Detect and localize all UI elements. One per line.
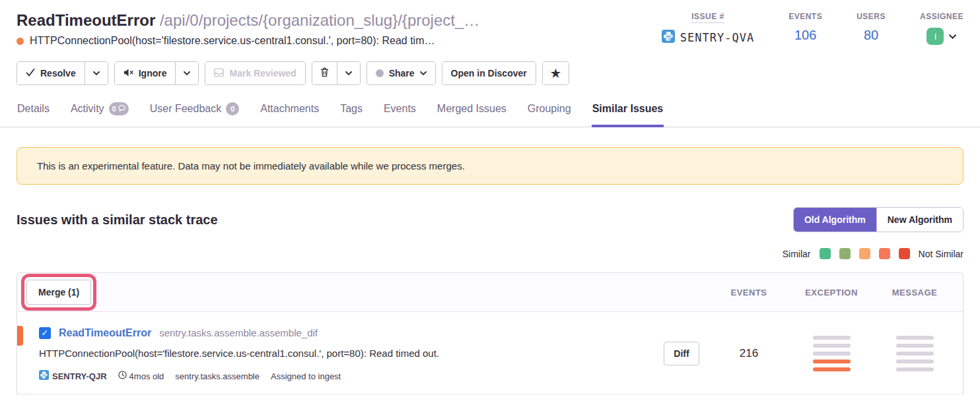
tab-badge: 0 [226, 102, 239, 115]
trash-icon [320, 67, 329, 79]
tab-label: Grouping [528, 103, 571, 115]
delete-button[interactable] [312, 62, 337, 84]
issue-message: HTTPConnectionPool(host='filestore.servi… [30, 32, 435, 50]
row-age: 4mos old [129, 371, 164, 381]
python-project-icon [39, 370, 49, 382]
row-culprit: sentry.tasks.assemble.assemble_dif [159, 325, 318, 341]
message-spectrum [873, 336, 956, 371]
delete-dropdown-button[interactable] [337, 62, 360, 84]
similarity-legend: Similar Not Similar [0, 248, 980, 259]
open-in-discover-button-group: Open in Discover [442, 61, 536, 85]
ignore-dropdown-button[interactable] [175, 62, 198, 84]
column-header-events: EVENTS [708, 288, 790, 297]
python-project-icon [662, 30, 675, 46]
bookmark-star-button[interactable]: ★ [543, 62, 569, 84]
row-message: HTTPConnectionPool(host='filestore.servi… [39, 346, 655, 361]
error-level-indicator [17, 326, 23, 346]
legend-swatch [820, 248, 831, 259]
open-in-discover-button[interactable]: Open in Discover [442, 62, 536, 84]
experimental-feature-banner: This is an experimental feature. Data ma… [17, 147, 963, 185]
page-title: ReadTimeoutError /api/0/projects/{organi… [17, 9, 479, 32]
resolve-button[interactable]: Resolve [17, 62, 85, 84]
tab-attachments[interactable]: Attachments [260, 98, 320, 127]
ignore-button-group: Ignore [114, 61, 199, 85]
clock-icon [118, 371, 127, 381]
exception-spectrum [790, 336, 873, 371]
issue-id-label: ISSUE # [691, 12, 724, 23]
mark-reviewed-button-group: Mark Reviewed [205, 61, 305, 85]
tab-badge-count: 0 [112, 105, 116, 113]
legend-swatch [839, 248, 851, 259]
tab-badge-count: 0 [230, 105, 234, 113]
chevron-down-icon [949, 34, 956, 39]
issue-culprit-line: HTTPConnectionPool(host='filestore.servi… [17, 32, 479, 50]
issue-location: /api/0/projects/{organization_slug}/{pro… [160, 11, 479, 29]
assignee-avatar: I [927, 28, 944, 45]
ignore-button[interactable]: Ignore [115, 62, 176, 84]
tab-details[interactable]: Details [17, 98, 50, 127]
tab-user-feedback[interactable]: User Feedback 0 [149, 98, 240, 127]
tab-events[interactable]: Events [383, 98, 417, 127]
assignee-selector[interactable]: I [927, 28, 956, 45]
tabs: Details Activity 0 User Feedback 0 Attac… [0, 98, 980, 127]
new-algorithm-button[interactable]: New Algorithm [876, 208, 963, 232]
spectrum-bar [896, 360, 934, 363]
spectrum-bar [813, 352, 851, 356]
events-count-link[interactable]: 106 [794, 28, 816, 43]
column-header-message: MESSAGE [873, 288, 956, 297]
similar-issue-row: ✓ ReadTimeoutError sentry.tasks.assemble… [17, 312, 963, 394]
check-icon [26, 68, 35, 78]
events-label: EVENTS [788, 12, 822, 21]
tab-similar-issues[interactable]: Similar Issues [592, 98, 664, 127]
issue-short-id[interactable]: SENTRY-QVA [662, 30, 754, 46]
tab-badge: 0 [109, 102, 129, 115]
old-algorithm-button[interactable]: Old Algorithm [794, 208, 876, 232]
users-count-link[interactable]: 80 [864, 28, 878, 43]
issue-title-block: ReadTimeoutError /api/0/projects/{organi… [17, 9, 479, 50]
row-title[interactable]: ReadTimeoutError [59, 325, 151, 341]
legend-swatch [879, 248, 890, 259]
tab-merged-issues[interactable]: Merged Issues [437, 98, 507, 127]
issue-stats: ISSUE # SENTRY-QVA EVENTS 106 USERS 80 A… [662, 9, 963, 46]
spectrum-bar [896, 367, 934, 371]
row-meta: SENTRY-QJR 4mos old sentry.tasks.assembl… [39, 370, 655, 382]
similarity-legend-swatches [820, 248, 910, 259]
tab-activity[interactable]: Activity 0 [70, 98, 129, 127]
tab-label: Activity [71, 103, 104, 115]
similar-issues-section-head: Issues with a similar stack trace Old Al… [0, 207, 980, 232]
chevron-down-icon [345, 71, 352, 75]
legend-swatch [899, 248, 910, 259]
merge-button[interactable]: Merge (1) [26, 280, 91, 305]
issue-type: ReadTimeoutError [17, 11, 155, 29]
tabs-bar: Details Activity 0 User Feedback 0 Attac… [0, 98, 980, 127]
section-title: Issues with a similar stack trace [17, 212, 218, 228]
resolve-dropdown-button[interactable] [85, 62, 108, 84]
tab-label: Tags [340, 103, 363, 115]
row-checkbox[interactable]: ✓ [39, 327, 51, 339]
legend-not-similar-label: Not Similar [919, 249, 963, 259]
action-toolbar: Resolve Ignore Mark Reviewed Share Open … [0, 61, 980, 85]
spectrum-bar [896, 344, 934, 348]
stat-issue-id: ISSUE # SENTRY-QVA [662, 12, 754, 46]
issue-header: ReadTimeoutError /api/0/projects/{organi… [0, 0, 980, 50]
tab-grouping[interactable]: Grouping [527, 98, 572, 127]
legend-swatch [859, 248, 870, 259]
mark-reviewed-button[interactable]: Mark Reviewed [205, 62, 304, 84]
error-level-dot [17, 38, 24, 45]
share-button[interactable]: Share [367, 62, 435, 84]
assignee-label: ASSIGNEE [920, 12, 963, 21]
star-icon: ★ [551, 68, 561, 79]
archive-icon [214, 68, 224, 79]
stat-users: USERS 80 [857, 12, 886, 46]
row-task: sentry.tasks.assemble [175, 371, 260, 381]
diff-button[interactable]: Diff [664, 342, 699, 365]
similar-issues-table: Merge (1) EVENTS EXCEPTION MESSAGE ✓ Rea… [17, 272, 963, 394]
tab-label: Merged Issues [437, 103, 507, 115]
legend-similar-label: Similar [783, 249, 811, 259]
row-short-id: SENTRY-QJR [52, 371, 107, 381]
tab-tags[interactable]: Tags [339, 98, 363, 127]
stat-assignee: ASSIGNEE I [920, 12, 963, 46]
spectrum-bar [896, 336, 934, 340]
tab-label: Similar Issues [592, 103, 664, 115]
table-header: Merge (1) EVENTS EXCEPTION MESSAGE [17, 273, 963, 312]
